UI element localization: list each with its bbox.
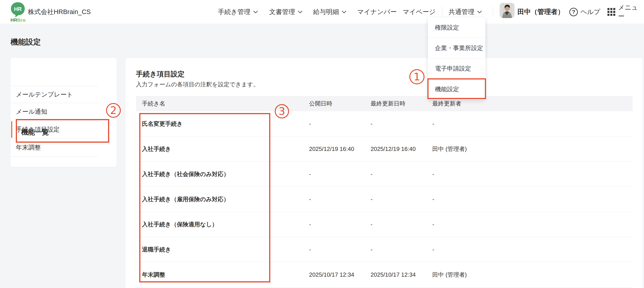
- dropdown-item-company-office-settings[interactable]: 企業・事業所設定: [428, 38, 485, 58]
- procedure-name: 入社手続き（雇用保険のみ対応）: [136, 195, 309, 203]
- table-header-row: 手続き名 公開日時 最終更新日時 最終更新者: [136, 96, 633, 111]
- last-updated-at: 2025/12/19 16:40: [370, 146, 432, 152]
- dropdown-item-permission-settings[interactable]: 権限設定: [428, 17, 485, 38]
- sidebar-item-label: 手続き項目設定: [16, 125, 60, 134]
- dropdown-item-label: 電子申請設定: [435, 64, 471, 72]
- help-label: ヘルプ: [580, 7, 600, 16]
- last-updated-at: -: [370, 120, 432, 127]
- procedure-name: 年末調整: [136, 271, 309, 279]
- column-header-procedure-name: 手続き名: [136, 100, 309, 107]
- app-grid-icon: [608, 8, 616, 16]
- published-at: 2025/10/17 12:34: [309, 271, 370, 278]
- last-updated-by: -: [432, 120, 633, 127]
- nav-item-label: 共通管理: [448, 7, 474, 16]
- last-updated-by: -: [432, 171, 633, 178]
- menu-label: メニュー: [618, 3, 644, 21]
- table-row[interactable]: 氏名変更手続き - - -: [136, 111, 633, 136]
- column-header-last-updated-by: 最終更新者: [432, 100, 633, 107]
- sidebar-item-procedure-item-settings[interactable]: 手続き項目設定: [11, 121, 98, 138]
- nav-item-procedure-management[interactable]: 手続き管理: [218, 0, 258, 24]
- nav-item-label: マイページ: [403, 7, 436, 16]
- procedure-table: 手続き名 公開日時 最終更新日時 最終更新者 氏名変更手続き - - - 入社手…: [136, 96, 633, 288]
- sidebar-item-mail-notification[interactable]: メール通知: [11, 103, 98, 120]
- published-at: -: [309, 171, 370, 178]
- table-row[interactable]: 入社手続き（保険適用なし） - - -: [136, 212, 633, 237]
- nav-item-label: マイナンバー: [357, 7, 397, 16]
- chevron-down-icon: [477, 10, 482, 13]
- dropdown-item-function-settings[interactable]: 機能設定: [428, 79, 485, 99]
- chevron-down-icon: [342, 10, 346, 13]
- nav-item-label: 手続き管理: [218, 7, 250, 16]
- published-at: -: [309, 246, 370, 253]
- help-button[interactable]: ? ヘルプ: [569, 0, 600, 24]
- last-updated-by: -: [432, 221, 633, 228]
- table-row[interactable]: 退職手続き - - -: [136, 237, 633, 262]
- nav-item-payslip[interactable]: 給与明細: [313, 0, 346, 24]
- sidebar-divider: [11, 156, 98, 157]
- chevron-down-icon: [298, 10, 302, 13]
- last-updated-at: -: [370, 171, 432, 178]
- sidebar-item-label: 年末調整: [16, 143, 41, 152]
- column-header-last-updated-at: 最終更新日時: [370, 100, 432, 107]
- procedure-name: 入社手続き（保険適用なし）: [136, 221, 309, 228]
- sidebar-active-indicator: [11, 121, 12, 138]
- main-heading: 手続き項目設定: [136, 69, 184, 79]
- dropdown-item-label: 機能設定: [435, 85, 459, 93]
- nav-item-label: 文書管理: [269, 7, 295, 16]
- last-updated-by: 田中 (管理者): [432, 145, 633, 153]
- nav-item-document-management[interactable]: 文書管理: [269, 0, 302, 24]
- last-updated-by: -: [432, 246, 633, 253]
- logo-word-brain: Brain: [17, 17, 26, 22]
- published-at: -: [309, 196, 370, 203]
- menu-button[interactable]: メニュー: [608, 0, 644, 24]
- published-at: -: [309, 120, 370, 127]
- sidebar-item-year-end-adjustment[interactable]: 年末調整: [11, 138, 98, 156]
- procedure-name: 退職手続き: [136, 246, 309, 254]
- brand-block[interactable]: HR HRBrain 株式会社HRBrain_CS: [10, 1, 91, 22]
- page-title: 機能設定: [10, 37, 41, 47]
- procedure-name: 入社手続き（社会保険のみ対応）: [136, 170, 309, 178]
- last-updated-at: -: [370, 246, 432, 253]
- table-row[interactable]: 入社手続き（雇用保険のみ対応） - - -: [136, 187, 633, 212]
- table-row[interactable]: 入社手続き（社会保険のみ対応） - - -: [136, 162, 633, 187]
- procedure-name: 入社手続き: [136, 145, 309, 153]
- sidebar-item-label: メール通知: [16, 107, 47, 116]
- dropdown-item-label: 権限設定: [435, 23, 459, 32]
- dropdown-item-label: 企業・事業所設定: [435, 44, 483, 52]
- dropdown-item-e-application-settings[interactable]: 電子申請設定: [428, 58, 485, 79]
- user-avatar[interactable]: [500, 3, 514, 18]
- hrbrain-logo-icon: HR HRBrain: [10, 2, 26, 22]
- last-updated-at: -: [370, 196, 432, 203]
- company-name: 株式会社HRBrain_CS: [28, 7, 91, 16]
- sidebar-item-label: メールテンプレート: [16, 90, 73, 99]
- logo-bubble-text: HR: [14, 6, 22, 12]
- top-navigation-bar: HR HRBrain 株式会社HRBrain_CS 手続き管理 文書管理 給与明…: [0, 0, 644, 24]
- common-management-dropdown: 権限設定 企業・事業所設定 電子申請設定 機能設定: [428, 17, 485, 99]
- last-updated-at: 2025/10/17 12:34: [370, 271, 432, 278]
- last-updated-at: -: [370, 221, 432, 228]
- main-description: 入力フォームの各項目の注釈を設定できます。: [136, 81, 259, 88]
- user-name: 田中（管理者）: [518, 0, 564, 24]
- column-header-published-at: 公開日時: [309, 100, 370, 107]
- sidebar-item-mail-template[interactable]: メールテンプレート: [11, 86, 98, 103]
- last-updated-by: -: [432, 196, 633, 203]
- logo-word-hr: HRBrain: [10, 17, 26, 22]
- chevron-down-icon: [253, 10, 258, 13]
- published-at: -: [309, 221, 370, 228]
- table-row[interactable]: 入社手続き 2025/12/19 16:40 2025/12/19 16:40 …: [136, 136, 633, 162]
- last-updated-by: 田中 (管理者): [432, 271, 633, 279]
- nav-item-my-number[interactable]: マイナンバー: [357, 0, 397, 24]
- nav-item-label: 給与明細: [313, 7, 339, 16]
- help-icon: ?: [569, 8, 578, 16]
- user-avatar-photo: [500, 3, 514, 18]
- table-row[interactable]: 年末調整 2025/10/17 12:34 2025/10/17 12:34 田…: [136, 262, 633, 288]
- procedure-name: 氏名変更手続き: [136, 120, 309, 128]
- published-at: 2025/12/19 16:40: [309, 146, 370, 152]
- nav-divider: [493, 7, 493, 17]
